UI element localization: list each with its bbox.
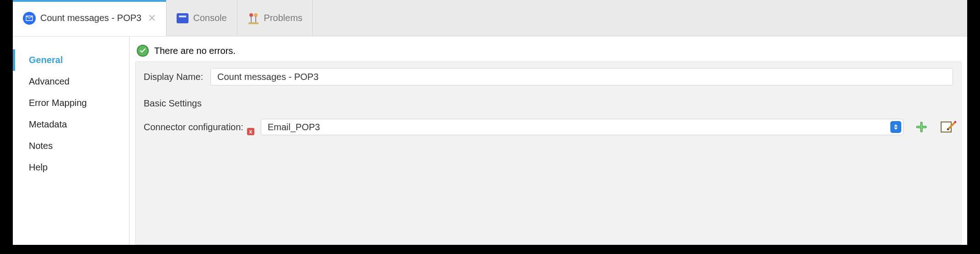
- error-badge-icon: x: [247, 128, 254, 135]
- connector-config-row: Connector configuration: x: [144, 119, 953, 135]
- status-row: There are no errors.: [135, 45, 962, 61]
- sidebar-item-general[interactable]: General: [13, 49, 129, 71]
- close-icon[interactable]: ✕: [148, 12, 156, 24]
- basic-settings-heading: Basic Settings: [144, 98, 953, 109]
- sidebar-item-metadata[interactable]: Metadata: [13, 114, 129, 135]
- tab-label: Problems: [264, 13, 302, 23]
- sidebar-item-help[interactable]: Help: [13, 157, 129, 178]
- editor-body: General Advanced Error Mapping Metadata …: [13, 37, 967, 245]
- tab-count-messages[interactable]: Count messages - POP3 ✕: [13, 0, 167, 36]
- console-icon: [177, 13, 188, 23]
- form-panel: Display Name: Basic Settings Connector c…: [135, 61, 962, 245]
- connector-config-label: Connector configuration:: [144, 122, 243, 132]
- connector-config-value[interactable]: [261, 119, 904, 135]
- sidebar-item-error-mapping[interactable]: Error Mapping: [13, 92, 129, 114]
- sidebar-item-advanced[interactable]: Advanced: [13, 71, 129, 92]
- display-name-label: Display Name:: [144, 72, 203, 82]
- mail-icon: [23, 12, 36, 25]
- edit-icon: [941, 122, 952, 132]
- problems-icon: [248, 12, 259, 24]
- connector-config-select[interactable]: [261, 119, 904, 135]
- tab-bar: Count messages - POP3 ✕ Console Problems: [13, 0, 967, 37]
- main-panel: There are no errors. Display Name: Basic…: [129, 37, 967, 245]
- tab-label: Console: [193, 13, 226, 23]
- success-icon: [137, 45, 149, 57]
- sidebar: General Advanced Error Mapping Metadata …: [13, 37, 129, 245]
- dropdown-toggle-icon[interactable]: [890, 121, 901, 133]
- tab-label: Count messages - POP3: [40, 13, 141, 23]
- app-window: Count messages - POP3 ✕ Console Problems…: [13, 0, 967, 245]
- sidebar-item-notes[interactable]: Notes: [13, 135, 129, 157]
- add-config-button[interactable]: [915, 120, 928, 134]
- display-name-input[interactable]: [210, 68, 953, 85]
- tab-console[interactable]: Console: [167, 0, 237, 36]
- edit-config-button[interactable]: [939, 120, 953, 134]
- display-name-row: Display Name:: [144, 68, 953, 85]
- tab-problems[interactable]: Problems: [237, 0, 313, 36]
- status-text: There are no errors.: [154, 46, 236, 56]
